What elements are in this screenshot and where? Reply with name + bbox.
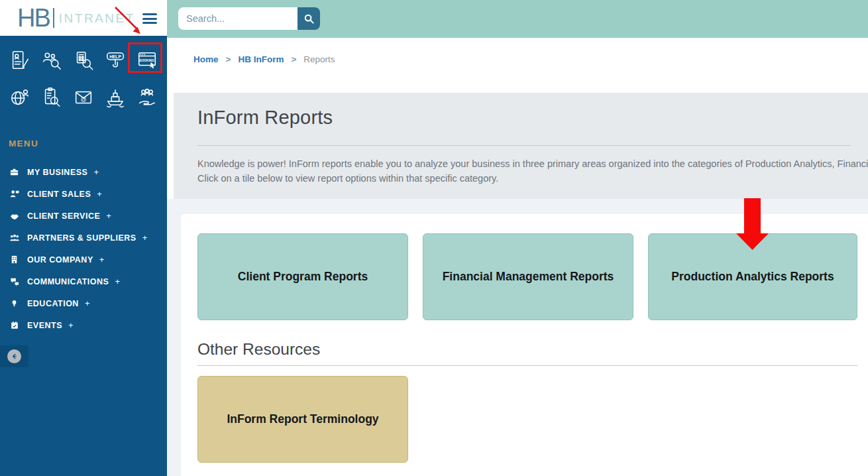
- banner-divider: [197, 145, 851, 146]
- main-area: Home > HB InForm > Reports InForm Report…: [167, 0, 868, 476]
- search-button[interactable]: [298, 7, 320, 30]
- people-search-icon[interactable]: [37, 46, 66, 74]
- expand-plus-icon[interactable]: +: [142, 233, 148, 243]
- email-at-symbol: @: [81, 96, 87, 103]
- tile-client-program-reports[interactable]: Client Program Reports: [197, 233, 408, 320]
- sidebar-item-client-sales[interactable]: CLIENT SALES +: [0, 183, 167, 205]
- logo[interactable]: HB INTRANET: [0, 0, 167, 38]
- menu-title: MENU: [9, 139, 38, 149]
- expand-plus-icon[interactable]: +: [85, 298, 90, 308]
- page-title: InForm Reports: [197, 107, 333, 129]
- contact-form-icon[interactable]: [5, 46, 34, 74]
- sidebar-item-label: PARTNERS & SUPPLIERS: [27, 233, 136, 243]
- page-header-banner: InForm Reports Knowledge is power! InFor…: [174, 93, 868, 199]
- sidebar-item-events[interactable]: EVENTS +: [0, 314, 167, 336]
- tile-label: Financial Management Reports: [443, 270, 614, 284]
- sidebar-item-label: COMMUNICATIONS: [27, 277, 109, 286]
- breadcrumb-hb-inform[interactable]: HB InForm: [238, 54, 284, 64]
- building-icon: [8, 255, 21, 265]
- calendar-icon: [8, 320, 21, 330]
- search-input[interactable]: [178, 7, 298, 30]
- breadcrumb-home[interactable]: Home: [193, 54, 219, 64]
- sidebar-item-our-company[interactable]: OUR COMPANY +: [0, 249, 167, 270]
- breadcrumb-separator: >: [291, 54, 296, 64]
- expand-plus-icon[interactable]: +: [99, 255, 105, 265]
- help-icon[interactable]: HELP: [101, 46, 130, 74]
- briefcase-icon: [8, 167, 21, 177]
- logo-intranet-text: INTRANET: [59, 12, 135, 25]
- expand-plus-icon[interactable]: +: [97, 189, 102, 199]
- account-audit-icon[interactable]: [69, 46, 98, 74]
- sidebar-item-client-service[interactable]: CLIENT SERVICE +: [0, 205, 167, 227]
- people-group-icon: [8, 233, 21, 243]
- tile-label: Production Analytics Reports: [671, 270, 834, 284]
- tile-financial-management-reports[interactable]: Financial Management Reports: [423, 233, 633, 320]
- tile-label: Client Program Reports: [238, 270, 368, 284]
- expand-plus-icon[interactable]: +: [93, 167, 99, 177]
- breadcrumb-current: Reports: [303, 54, 335, 64]
- sidebar-item-label: CLIENT SERVICE: [27, 211, 100, 221]
- client-care-icon[interactable]: [133, 84, 162, 111]
- logo-hb-text: HB: [17, 5, 50, 30]
- topbar: [167, 0, 868, 38]
- sidebar-item-label: EVENTS: [27, 321, 62, 330]
- arrow-left-circle-icon: [7, 349, 21, 363]
- tile-inform-report-terminology[interactable]: InForm Report Terminology: [197, 376, 408, 463]
- sidebar: HB INTRANET: [0, 0, 167, 476]
- other-resources-heading: Other Resources: [197, 340, 320, 359]
- sidebar-item-my-business[interactable]: MY BUSINESS +: [0, 161, 167, 183]
- search-icon: [303, 13, 315, 25]
- booking-highlight-box: [128, 42, 162, 73]
- hamburger-menu-icon[interactable]: [142, 13, 157, 24]
- expand-plus-icon[interactable]: +: [68, 320, 74, 330]
- handshake-icon: [8, 211, 21, 221]
- checklist-review-icon[interactable]: [37, 84, 66, 111]
- sidebar-item-label: CLIENT SALES: [27, 190, 91, 199]
- person-sales-icon: [8, 189, 21, 199]
- intro-text-line2: Click on a tile below to view report opt…: [197, 173, 868, 184]
- other-resources-divider: [197, 365, 858, 366]
- help-icon-label: HELP: [109, 54, 121, 59]
- sidebar-collapse-button[interactable]: [0, 345, 28, 367]
- quick-icon-row-2: @: [0, 84, 167, 111]
- sidebar-item-label: OUR COMPANY: [27, 255, 93, 265]
- breadcrumb: Home > HB InForm > Reports: [193, 54, 335, 64]
- sidebar-item-communications[interactable]: COMMUNICATIONS +: [0, 270, 167, 292]
- sidebar-item-education[interactable]: EDUCATION +: [0, 292, 167, 314]
- intro-text-line1: Knowledge is power! InForm reports enabl…: [197, 158, 868, 169]
- hb-intranet-screen: HB INTRANET: [0, 0, 868, 476]
- logo-separator: [53, 8, 54, 28]
- cruise-ship-icon[interactable]: [101, 84, 130, 111]
- sidebar-item-label: MY BUSINESS: [27, 168, 87, 177]
- sidebar-menu: MY BUSINESS + CLIENT SALES + CLIENT SERV…: [0, 161, 167, 336]
- expand-plus-icon[interactable]: +: [115, 276, 120, 286]
- tile-production-analytics-reports[interactable]: Production Analytics Reports: [648, 233, 857, 320]
- expand-plus-icon[interactable]: +: [106, 211, 111, 221]
- email-icon[interactable]: @: [69, 84, 98, 111]
- breadcrumb-separator: >: [226, 54, 231, 64]
- tile-label: InForm Report Terminology: [227, 412, 378, 426]
- lightbulb-icon: [8, 298, 21, 308]
- sidebar-item-partners-suppliers[interactable]: PARTNERS & SUPPLIERS +: [0, 227, 167, 249]
- chat-bubbles-icon: [8, 276, 21, 286]
- global-network-icon[interactable]: [5, 84, 34, 111]
- sidebar-item-label: EDUCATION: [27, 299, 79, 308]
